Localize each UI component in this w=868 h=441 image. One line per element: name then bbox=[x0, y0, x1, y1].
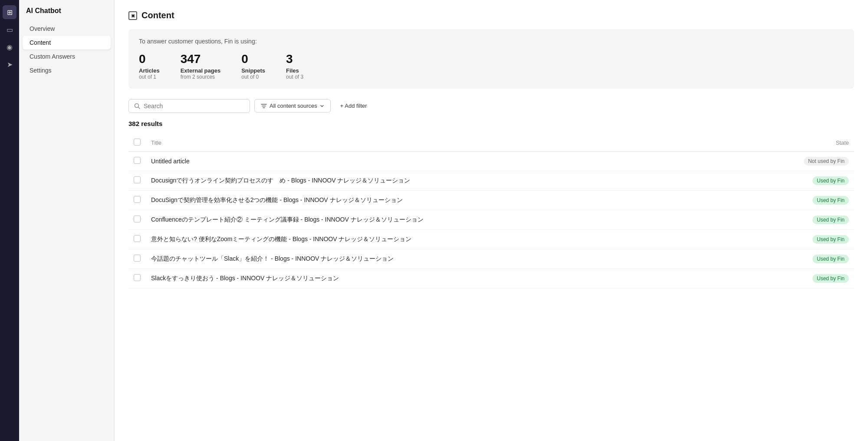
sidebar-item-overview[interactable]: Overview bbox=[23, 22, 111, 36]
stats-subtitle: To answer customer questions, Fin is usi… bbox=[139, 38, 844, 45]
content-table: Title State Untitled article Not used by… bbox=[128, 134, 854, 288]
chevron-down-icon bbox=[320, 104, 324, 108]
content-sources-filter[interactable]: All content sources bbox=[254, 99, 331, 113]
row-title-0[interactable]: Untitled article bbox=[146, 151, 785, 171]
content-sources-label: All content sources bbox=[270, 103, 317, 109]
stat-articles-number: 0 bbox=[139, 52, 160, 66]
state-badge-3: Used by Fin bbox=[812, 216, 849, 224]
col-title-header: Title bbox=[146, 134, 785, 152]
row-checkbox-2[interactable] bbox=[134, 196, 141, 203]
stat-external-pages: 347 External pages from 2 sources bbox=[181, 52, 221, 80]
col-state-header: State bbox=[785, 134, 854, 152]
row-checkbox-6[interactable] bbox=[134, 274, 141, 281]
row-title-5[interactable]: 今話題のチャットツール「Slack」を紹介！ - Blogs - INNOOV … bbox=[146, 249, 785, 269]
table-row: DocuSignで契約管理を効率化させる2つの機能 - Blogs - INNO… bbox=[128, 190, 854, 210]
row-title-4[interactable]: 意外と知らない? 便利なZoomミーティングの機能 - Blogs - INNO… bbox=[146, 229, 785, 249]
sidebar: AI Chatbot Overview Content Custom Answe… bbox=[19, 0, 115, 441]
table-row: Untitled article Not used by Fin bbox=[128, 151, 854, 171]
stat-files: 3 Files out of 3 bbox=[286, 52, 303, 80]
stat-snippets-number: 0 bbox=[241, 52, 265, 66]
row-checkbox-1[interactable] bbox=[134, 176, 141, 183]
page-header: ▣ Content bbox=[128, 10, 854, 20]
table-row: Docusignで行うオンライン契約プロセスのすゝめ - Blogs - INN… bbox=[128, 171, 854, 190]
search-icon bbox=[134, 103, 140, 109]
stat-articles-sublabel: out of 1 bbox=[139, 74, 160, 80]
filters-row: All content sources + Add filter bbox=[128, 99, 854, 113]
stats-banner: To answer customer questions, Fin is usi… bbox=[128, 29, 854, 89]
state-badge-5: Used by Fin bbox=[812, 255, 849, 263]
sidebar-item-custom-answers[interactable]: Custom Answers bbox=[23, 50, 111, 63]
icon-rail: ⊞ ▭ ◉ ➤ bbox=[0, 0, 19, 441]
search-input[interactable] bbox=[144, 103, 244, 109]
row-checkbox-5[interactable] bbox=[134, 255, 141, 262]
state-badge-0: Not used by Fin bbox=[804, 157, 849, 166]
stat-snippets: 0 Snippets out of 0 bbox=[241, 52, 265, 80]
grid-icon[interactable]: ⊞ bbox=[3, 5, 16, 19]
row-checkbox-0[interactable] bbox=[134, 157, 141, 164]
stat-snippets-sublabel: out of 0 bbox=[241, 74, 265, 80]
stat-external-number: 347 bbox=[181, 52, 221, 66]
row-title-1[interactable]: Docusignで行うオンライン契約プロセスのすゝめ - Blogs - INN… bbox=[146, 171, 785, 190]
row-title-2[interactable]: DocuSignで契約管理を効率化させる2つの機能 - Blogs - INNO… bbox=[146, 190, 785, 210]
state-badge-1: Used by Fin bbox=[812, 176, 849, 185]
sidebar-item-content[interactable]: Content bbox=[23, 36, 111, 50]
state-badge-2: Used by Fin bbox=[812, 196, 849, 205]
sidebar-item-settings[interactable]: Settings bbox=[23, 63, 111, 77]
row-checkbox-4[interactable] bbox=[134, 235, 141, 242]
stat-files-label: Files bbox=[286, 67, 303, 74]
stat-articles-label: Articles bbox=[139, 67, 160, 74]
monitor-icon[interactable]: ▭ bbox=[3, 23, 16, 36]
stat-files-number: 3 bbox=[286, 52, 303, 66]
svg-line-1 bbox=[138, 107, 140, 109]
stat-files-sublabel: out of 3 bbox=[286, 74, 303, 80]
stat-articles: 0 Articles out of 1 bbox=[139, 52, 160, 80]
table-row: Slackをすっきり使おう - Blogs - INNOOV ナレッジ＆ソリュー… bbox=[128, 269, 854, 288]
add-filter-label: + Add filter bbox=[340, 103, 367, 109]
sidebar-title: AI Chatbot bbox=[19, 7, 114, 22]
add-filter-button[interactable]: + Add filter bbox=[335, 99, 372, 112]
select-all-checkbox[interactable] bbox=[134, 139, 141, 146]
table-row: 意外と知らない? 便利なZoomミーティングの機能 - Blogs - INNO… bbox=[128, 229, 854, 249]
stat-snippets-label: Snippets bbox=[241, 67, 265, 74]
table-row: 今話題のチャットツール「Slack」を紹介！ - Blogs - INNOOV … bbox=[128, 249, 854, 269]
results-count: 382 results bbox=[128, 120, 854, 127]
state-badge-4: Used by Fin bbox=[812, 235, 849, 244]
row-title-6[interactable]: Slackをすっきり使おう - Blogs - INNOOV ナレッジ＆ソリュー… bbox=[146, 269, 785, 288]
row-checkbox-3[interactable] bbox=[134, 216, 141, 222]
state-badge-6: Used by Fin bbox=[812, 274, 849, 283]
send-icon[interactable]: ➤ bbox=[3, 57, 16, 71]
filter-icon bbox=[261, 103, 267, 109]
content-page-icon: ▣ bbox=[128, 11, 137, 20]
main-content: ▣ Content To answer customer questions, … bbox=[115, 0, 868, 441]
stats-row: 0 Articles out of 1 347 External pages f… bbox=[139, 52, 844, 80]
page-title: Content bbox=[141, 10, 174, 20]
user-icon[interactable]: ◉ bbox=[3, 40, 16, 54]
table-row: Confluenceのテンプレート紹介② ミーティング議事録 - Blogs -… bbox=[128, 210, 854, 229]
search-box[interactable] bbox=[128, 99, 250, 113]
stat-external-sublabel: from 2 sources bbox=[181, 74, 221, 80]
stat-external-label: External pages bbox=[181, 67, 221, 74]
row-title-3[interactable]: Confluenceのテンプレート紹介② ミーティング議事録 - Blogs -… bbox=[146, 210, 785, 229]
